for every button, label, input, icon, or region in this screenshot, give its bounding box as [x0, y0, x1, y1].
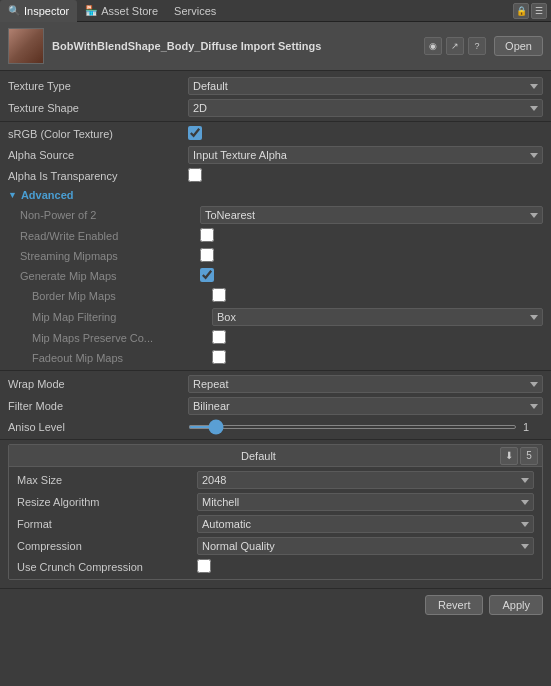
tab-lock-btn[interactable]: 🔒 — [513, 3, 529, 19]
max-size-select[interactable]: 256 512 1024 2048 4096 8192 — [197, 471, 534, 489]
asset-title: BobWithBlendShape_Body_Diffuse Import Se… — [52, 40, 416, 52]
mip-map-filtering-control: Box Kaiser — [212, 308, 543, 326]
border-mip-maps-label: Border Mip Maps — [32, 290, 212, 302]
resize-algo-select[interactable]: Mitchell Bilinear — [197, 493, 534, 511]
alpha-source-select[interactable]: None Input Texture Alpha From Gray Scale — [188, 146, 543, 164]
main-settings: Texture Type Default Normal map Sprite (… — [0, 71, 551, 588]
tab-bar: 🔍 Inspector 🏪 Asset Store Services 🔒 ☰ — [0, 0, 551, 22]
srgb-checkbox[interactable] — [188, 126, 202, 140]
mip-map-filtering-select[interactable]: Box Kaiser — [212, 308, 543, 326]
alpha-source-row: Alpha Source None Input Texture Alpha Fr… — [0, 144, 551, 166]
advanced-section-header[interactable]: ▼ Advanced — [0, 186, 551, 204]
streaming-mipmaps-label: Streaming Mipmaps — [20, 250, 200, 262]
aniso-level-control: 1 — [188, 421, 543, 433]
non-power-select[interactable]: None ToNearest ToLarger ToSmaller — [200, 206, 543, 224]
max-size-row: Max Size 256 512 1024 2048 4096 8192 — [9, 469, 542, 491]
srgb-control — [188, 126, 543, 142]
filter-mode-select[interactable]: Point (no filter) Bilinear Trilinear — [188, 397, 543, 415]
read-write-checkbox[interactable] — [200, 228, 214, 242]
platform-download-btn[interactable]: ⬇ — [500, 447, 518, 465]
platform-table: Default ⬇ 5 Max Size 256 512 1024 2048 — [8, 444, 543, 580]
generate-mip-maps-checkbox[interactable] — [200, 268, 214, 282]
streaming-mipmaps-row: Streaming Mipmaps — [0, 246, 551, 266]
preview-icon-btn[interactable]: ◉ — [424, 37, 442, 55]
filter-mode-row: Filter Mode Point (no filter) Bilinear T… — [0, 395, 551, 417]
open-button[interactable]: Open — [494, 36, 543, 56]
non-power-row: Non-Power of 2 None ToNearest ToLarger T… — [0, 204, 551, 226]
mip-maps-preserve-label: Mip Maps Preserve Co... — [32, 332, 212, 344]
crunch-label: Use Crunch Compression — [17, 561, 197, 573]
compression-row: Compression None Low Quality Normal Qual… — [9, 535, 542, 557]
alpha-transparency-checkbox[interactable] — [188, 168, 202, 182]
max-size-label: Max Size — [17, 474, 197, 486]
wrap-mode-select[interactable]: Repeat Clamp Mirror — [188, 375, 543, 393]
fadeout-mip-maps-control — [212, 350, 543, 366]
thumbnail-image — [9, 29, 43, 63]
generate-mip-maps-control — [200, 268, 543, 284]
divider-1 — [0, 121, 551, 122]
platform-html5-btn[interactable]: 5 — [520, 447, 538, 465]
fadeout-mip-maps-checkbox[interactable] — [212, 350, 226, 364]
border-mip-maps-checkbox[interactable] — [212, 288, 226, 302]
compression-label: Compression — [17, 540, 197, 552]
wrap-mode-label: Wrap Mode — [8, 378, 188, 390]
platform-form: Max Size 256 512 1024 2048 4096 8192 — [9, 467, 542, 579]
fadeout-mip-maps-row: Fadeout Mip Maps — [0, 348, 551, 368]
srgb-label: sRGB (Color Texture) — [8, 128, 188, 140]
tab-menu-btn[interactable]: ☰ — [531, 3, 547, 19]
read-write-label: Read/Write Enabled — [20, 230, 200, 242]
alpha-transparency-label: Alpha Is Transparency — [8, 170, 188, 182]
wrap-mode-control: Repeat Clamp Mirror — [188, 375, 543, 393]
alpha-source-control: None Input Texture Alpha From Gray Scale — [188, 146, 543, 164]
asset-header: BobWithBlendShape_Body_Diffuse Import Se… — [0, 22, 551, 71]
bottom-buttons: Revert Apply — [0, 588, 551, 621]
mip-maps-preserve-checkbox[interactable] — [212, 330, 226, 344]
inspector-panel: BobWithBlendShape_Body_Diffuse Import Se… — [0, 22, 551, 686]
max-size-control: 256 512 1024 2048 4096 8192 — [197, 471, 534, 489]
texture-type-control: Default Normal map Sprite (2D and UI) — [188, 77, 543, 95]
alpha-transparency-row: Alpha Is Transparency — [0, 166, 551, 186]
open-reference-btn[interactable]: ↗ — [446, 37, 464, 55]
filter-mode-control: Point (no filter) Bilinear Trilinear — [188, 397, 543, 415]
compression-select[interactable]: None Low Quality Normal Quality High Qua… — [197, 537, 534, 555]
tab-services[interactable]: Services — [166, 0, 224, 22]
texture-type-select[interactable]: Default Normal map Sprite (2D and UI) — [188, 77, 543, 95]
asset-thumbnail — [8, 28, 44, 64]
asset-store-icon: 🏪 — [85, 5, 97, 16]
tab-inspector[interactable]: 🔍 Inspector — [0, 0, 77, 22]
tab-asset-store-label: Asset Store — [101, 5, 158, 17]
mip-map-filtering-row: Mip Map Filtering Box Kaiser — [0, 306, 551, 328]
mip-maps-preserve-row: Mip Maps Preserve Co... — [0, 328, 551, 348]
compression-control: None Low Quality Normal Quality High Qua… — [197, 537, 534, 555]
format-select[interactable]: Automatic RGB Compressed DXT1 RGBA Compr… — [197, 515, 534, 533]
filter-mode-label: Filter Mode — [8, 400, 188, 412]
alpha-source-label: Alpha Source — [8, 149, 188, 161]
texture-shape-row: Texture Shape 2D 3D — [0, 97, 551, 119]
texture-shape-select[interactable]: 2D 3D — [188, 99, 543, 117]
aniso-level-value: 1 — [523, 421, 543, 433]
platform-header-icons: ⬇ 5 — [500, 447, 542, 465]
tab-asset-store[interactable]: 🏪 Asset Store — [77, 0, 166, 22]
apply-button[interactable]: Apply — [489, 595, 543, 615]
generate-mip-maps-label: Generate Mip Maps — [20, 270, 200, 282]
platform-header: Default ⬇ 5 — [9, 445, 542, 467]
format-label: Format — [17, 518, 197, 530]
resize-algo-row: Resize Algorithm Mitchell Bilinear — [9, 491, 542, 513]
streaming-mipmaps-checkbox[interactable] — [200, 248, 214, 262]
format-row: Format Automatic RGB Compressed DXT1 RGB… — [9, 513, 542, 535]
help-btn[interactable]: ? — [468, 37, 486, 55]
read-write-row: Read/Write Enabled — [0, 226, 551, 246]
fadeout-mip-maps-label: Fadeout Mip Maps — [32, 352, 212, 364]
revert-button[interactable]: Revert — [425, 595, 483, 615]
crunch-control — [197, 559, 534, 575]
platform-header-label: Default — [9, 450, 500, 462]
resize-algo-control: Mitchell Bilinear — [197, 493, 534, 511]
resize-algo-label: Resize Algorithm — [17, 496, 197, 508]
aniso-level-slider[interactable] — [188, 425, 517, 429]
divider-2 — [0, 370, 551, 371]
wrap-mode-row: Wrap Mode Repeat Clamp Mirror — [0, 373, 551, 395]
texture-shape-label: Texture Shape — [8, 102, 188, 114]
crunch-checkbox[interactable] — [197, 559, 211, 573]
texture-type-row: Texture Type Default Normal map Sprite (… — [0, 75, 551, 97]
format-control: Automatic RGB Compressed DXT1 RGBA Compr… — [197, 515, 534, 533]
